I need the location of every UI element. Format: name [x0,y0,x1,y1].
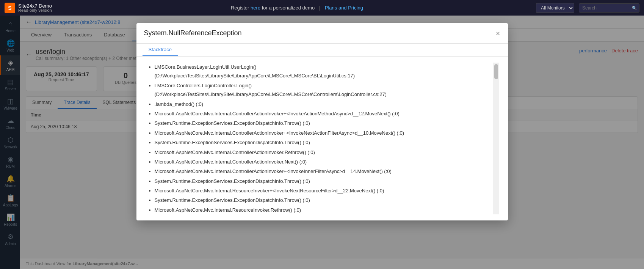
topbar: S Site24x7 Demo Read-only version Regist… [0,0,644,16]
modal-tab-stacktrace[interactable]: Stacktrace [143,44,178,56]
stacktrace-item: System.Runtime.ExceptionServices.Excepti… [155,119,494,127]
exception-modal: System.NullReferenceException × Stacktra… [136,23,508,220]
logo-sub: Read-only version [18,8,52,13]
logo: S Site24x7 Demo Read-only version [5,3,52,13]
stacktrace-item: Microsoft.AspNetCore.Mvc.Internal.Contro… [155,109,494,118]
stacktrace-item: .lambda_method() (:0) [155,100,494,109]
modal-scrollbar[interactable] [494,63,499,214]
modal-header: System.NullReferenceException × [136,23,508,44]
register-link[interactable]: here [251,5,260,11]
stacktrace-item: Microsoft.AspNetCore.Mvc.Internal.Contro… [155,148,494,157]
stacktrace-item: Microsoft.AspNetCore.Mvc.Internal.Resour… [155,186,494,195]
stacktrace-item: Microsoft.AspNetCore.Mvc.Internal.Contro… [155,157,494,166]
stacktrace-item: LMSCore.BusinessLayer.LoginUtil.UserLogi… [155,63,494,80]
monitor-select[interactable]: All Monitors [536,3,574,13]
modal-close-button[interactable]: × [496,30,500,37]
stacktrace-item: Microsoft.AspNetCore.Mvc.Internal.Contro… [155,129,494,137]
logo-text: Site24x7 Demo Read-only version [18,3,52,13]
search-input[interactable] [579,3,639,13]
plans-pricing-link[interactable]: Plans and Pricing [325,5,363,11]
register-suffix: for a personalized demo [260,5,315,11]
pipe-separator: | [319,5,320,11]
logo-icon: S [5,3,15,13]
scrollbar-thumb [494,64,498,79]
modal-body-inner: LMSCore.BusinessLayer.LoginUtil.UserLogi… [146,63,494,214]
modal-overlay: System.NullReferenceException × Stacktra… [0,16,644,269]
stacktrace-item: System.Runtime.ExceptionServices.Excepti… [155,138,494,147]
modal-body: LMSCore.BusinessLayer.LoginUtil.UserLogi… [136,57,508,220]
stacktrace-item: System.Runtime.ExceptionServices.Excepti… [155,196,494,205]
modal-title: System.NullReferenceException [144,29,242,37]
search-wrap [579,3,639,13]
stacktrace-item: Microsoft.AspNetCore.Mvc.Internal.Contro… [155,167,494,176]
register-prefix: Register [231,5,251,11]
stacktrace-item: LMSCore.Controllers.LoginController.Logi… [155,81,494,99]
topbar-right: All Monitors [536,3,639,13]
stacktrace-list: LMSCore.BusinessLayer.LoginUtil.UserLogi… [146,63,494,214]
modal-tabs: Stacktrace [136,44,508,57]
stacktrace-item: System.Runtime.ExceptionServices.Excepti… [155,177,494,186]
topbar-center: Register here for a personalized demo | … [58,5,536,11]
stacktrace-item: Microsoft.AspNetCore.Mvc.Internal.Resour… [155,206,494,214]
